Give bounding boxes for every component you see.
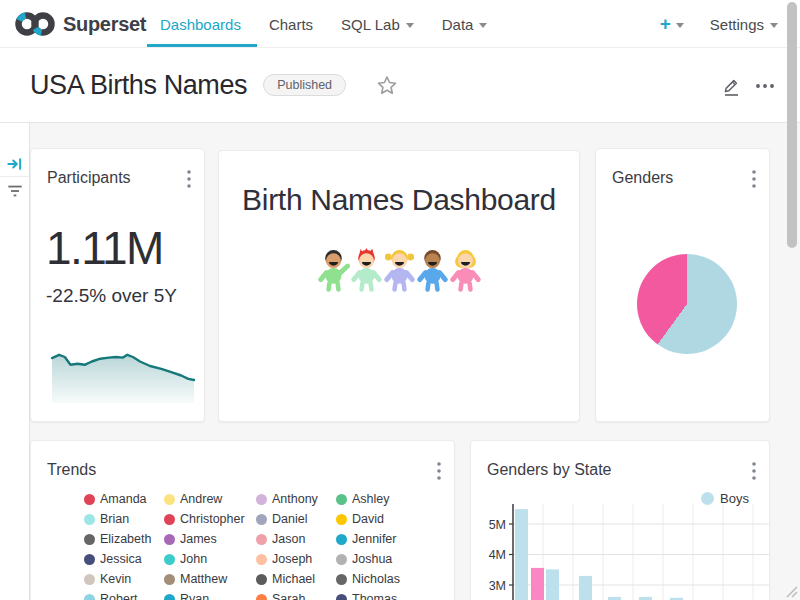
- bar-boys[interactable]: [515, 509, 528, 600]
- more-actions-button[interactable]: [755, 83, 775, 89]
- legend-item[interactable]: Kevin: [84, 572, 164, 586]
- nav-item-charts[interactable]: Charts: [269, 16, 313, 33]
- legend-item[interactable]: Ryan: [164, 592, 256, 600]
- legend-item[interactable]: Matthew: [164, 572, 256, 586]
- bar-boys[interactable]: [546, 569, 559, 600]
- superset-app: Superset Dashboards Charts SQL Lab Data …: [0, 0, 800, 600]
- markdown-card: Birth Names Dashboard: [218, 150, 580, 422]
- legend-dot: [84, 514, 95, 525]
- legend-item[interactable]: Sarah: [256, 592, 336, 600]
- legend-dot: [336, 494, 347, 505]
- kebab-icon: [186, 169, 192, 189]
- legend-label: Sarah: [272, 592, 305, 600]
- dashboard-title: USA Births Names: [30, 70, 247, 101]
- edit-dashboard-button[interactable]: [721, 75, 742, 97]
- legend-dot: [164, 554, 175, 565]
- legend-item[interactable]: Amanda: [84, 492, 164, 506]
- chart-kebab-menu[interactable]: [186, 169, 192, 189]
- expand-filters-button[interactable]: [7, 156, 23, 172]
- top-nav: Superset Dashboards Charts SQL Lab Data …: [0, 0, 800, 48]
- legend-label: Elizabeth: [100, 532, 151, 546]
- page-scrollbar[interactable]: [787, 2, 797, 248]
- legend-dot: [164, 574, 175, 585]
- arrow-right-to-bar-icon: [7, 156, 23, 172]
- published-badge[interactable]: Published: [263, 74, 346, 96]
- legend-dot: [164, 514, 175, 525]
- svg-text:5M: 5M: [489, 518, 506, 532]
- legend-item[interactable]: Elizabeth: [84, 532, 164, 546]
- legend-item[interactable]: Jennifer: [336, 532, 432, 546]
- legend-item[interactable]: Jessica: [84, 552, 164, 566]
- legend-item[interactable]: Joshua: [336, 552, 432, 566]
- ellipsis-icon: [755, 83, 775, 89]
- legend-item[interactable]: Jason: [256, 532, 336, 546]
- legend-dot: [336, 514, 347, 525]
- legend-item[interactable]: Christopher: [164, 512, 256, 526]
- legend-label: James: [180, 532, 217, 546]
- new-item-button[interactable]: +: [660, 13, 684, 35]
- legend-dot: [164, 534, 175, 545]
- chart-kebab-menu[interactable]: [751, 461, 757, 481]
- kebab-icon: [751, 169, 757, 189]
- genders-card: Genders: [595, 148, 770, 422]
- svg-text:4M: 4M: [489, 548, 506, 562]
- favorite-star-button[interactable]: [376, 75, 398, 96]
- legend-label: Daniel: [272, 512, 307, 526]
- filter-bar-divider: [0, 176, 30, 177]
- filter-bar: [0, 123, 30, 600]
- legend-dot: [256, 534, 267, 545]
- legend-item[interactable]: Daniel: [256, 512, 336, 526]
- chart-title: Participants: [47, 169, 131, 187]
- legend-item[interactable]: Anthony: [256, 492, 336, 506]
- trends-legend: AmandaAndrewAnthonyAshleyBrianChristophe…: [84, 489, 432, 600]
- legend-item[interactable]: David: [336, 512, 432, 526]
- legend-dot: [256, 574, 267, 585]
- legend-label: Anthony: [272, 492, 318, 506]
- star-icon: [376, 75, 398, 96]
- card-resize-handle[interactable]: [785, 585, 798, 598]
- nav-item-sql-lab[interactable]: SQL Lab: [341, 16, 414, 33]
- legend-dot: [84, 574, 95, 585]
- legend-item[interactable]: Robert: [84, 592, 164, 600]
- chart-kebab-menu[interactable]: [436, 461, 442, 481]
- legend-dot: [164, 594, 175, 600]
- app-logo[interactable]: Superset: [14, 9, 146, 39]
- nav-item-data[interactable]: Data: [442, 16, 488, 33]
- legend-dot: [256, 594, 267, 600]
- legend-dot: [256, 514, 267, 525]
- chart-title: Trends: [47, 461, 96, 479]
- legend-item[interactable]: Thomas: [336, 592, 432, 600]
- legend-label: David: [352, 512, 384, 526]
- legend-item[interactable]: Joseph: [256, 552, 336, 566]
- participants-sparkline-chart[interactable]: [44, 339, 196, 405]
- big-number-subheader: -22.5% over 5Y: [46, 285, 177, 307]
- legend-item[interactable]: James: [164, 532, 256, 546]
- big-number-value: 1.11M: [46, 225, 163, 271]
- kids-illustration-row: [219, 245, 579, 297]
- legend-item[interactable]: Nicholas: [336, 572, 432, 586]
- svg-text:3M: 3M: [489, 579, 506, 593]
- filters-button[interactable]: [7, 183, 23, 199]
- bar-girls[interactable]: [531, 568, 544, 600]
- legend-item[interactable]: John: [164, 552, 256, 566]
- settings-menu[interactable]: Settings: [710, 16, 778, 33]
- bar-boys[interactable]: [579, 576, 592, 600]
- legend-label: Kevin: [100, 572, 131, 586]
- chart-kebab-menu[interactable]: [751, 169, 757, 189]
- nav-menu: Dashboards Charts SQL Lab Data: [160, 0, 487, 48]
- legend-dot: [336, 554, 347, 565]
- genders-by-state-bar-chart[interactable]: 5M4M3M: [471, 496, 770, 600]
- legend-dot: [164, 494, 175, 505]
- legend-dot: [256, 494, 267, 505]
- legend-item[interactable]: Michael: [256, 572, 336, 586]
- nav-item-dashboards[interactable]: Dashboards: [160, 16, 241, 33]
- legend-dot: [84, 534, 95, 545]
- chevron-down-icon: [479, 23, 487, 28]
- legend-label: Michael: [272, 572, 315, 586]
- legend-item[interactable]: Andrew: [164, 492, 256, 506]
- legend-item[interactable]: Brian: [84, 512, 164, 526]
- legend-label: John: [180, 552, 207, 566]
- header-actions: [721, 48, 775, 123]
- genders-pie-chart[interactable]: [637, 254, 737, 354]
- legend-item[interactable]: Ashley: [336, 492, 432, 506]
